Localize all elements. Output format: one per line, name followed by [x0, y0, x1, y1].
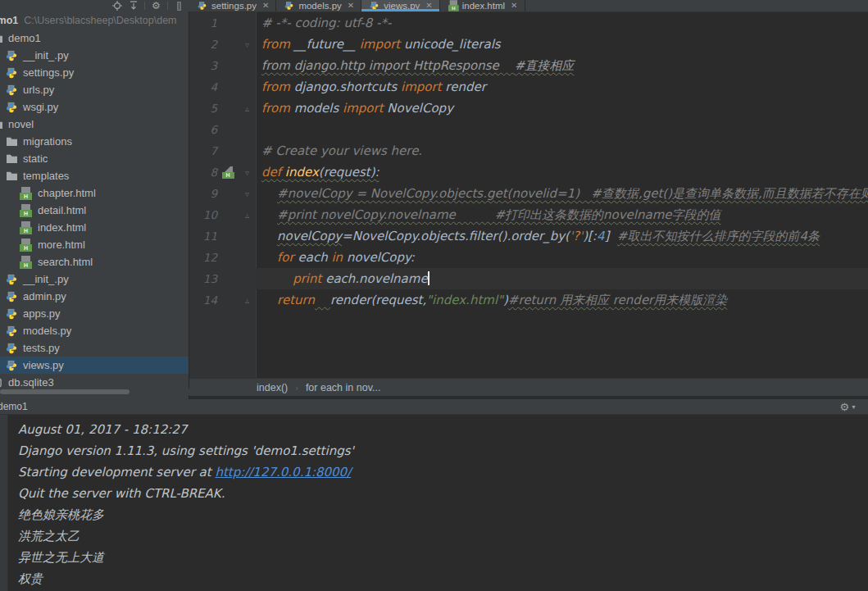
close-tab-icon[interactable]: ✕ — [425, 2, 432, 10]
line-number: 14 — [189, 293, 217, 307]
code-line-5[interactable]: 5▵from models import NovelCopy — [189, 98, 868, 119]
html-file-icon: H — [20, 221, 33, 234]
settings-gear-icon[interactable]: ⚙ — [151, 1, 161, 11]
run-console-output[interactable]: August 01, 2017 - 18:12:27Django version… — [0, 415, 868, 591]
tree-item-tests-py[interactable]: tests.py — [0, 339, 189, 357]
tree-item-migrations[interactable]: migrations — [0, 133, 189, 150]
project-root-row[interactable]: demo1 C:\Users\blacsheep\Desktop\dem — [0, 11, 189, 30]
line-number: 4 — [189, 80, 217, 93]
close-tab-icon[interactable]: ✕ — [511, 2, 517, 10]
code-line-9[interactable]: 9▿ #novelCopy = NovelCopy.objects.get(no… — [189, 183, 868, 204]
tab-models-py[interactable]: models.py✕ — [276, 0, 361, 11]
tree-item-chapter-html[interactable]: Hchapter.html — [0, 184, 189, 202]
tree-item-wsgi-py[interactable]: wsgi.py — [0, 98, 189, 116]
fold-marker-icon[interactable]: ▵ — [239, 104, 256, 113]
console-tab-demo1[interactable]: demo1 — [0, 399, 28, 415]
server-url-link[interactable]: http://127.0.0.1:8000/ — [215, 465, 351, 480]
fold-marker-icon[interactable]: ▿ — [239, 168, 256, 177]
code-line-7[interactable]: 7# Create your views here. — [189, 140, 868, 161]
tree-item-urls-py[interactable]: urls.py — [0, 81, 189, 98]
scrollbar-thumb[interactable] — [0, 389, 130, 394]
code-line-6[interactable]: 6 — [189, 119, 868, 140]
tree-item-label: novel — [8, 118, 34, 130]
code-text[interactable]: print each.novelname — [256, 268, 868, 289]
fold-marker-icon[interactable]: ▿ — [239, 189, 256, 198]
collapse-all-icon[interactable] — [128, 1, 139, 11]
code-line-13[interactable]: 13 print each.novelname — [189, 268, 868, 289]
console-line: Quit the server with CTRL-BREAK. — [0, 483, 868, 504]
tree-item-templates[interactable]: templates — [0, 167, 189, 184]
hide-panel-icon[interactable] — [174, 1, 184, 11]
tree-item-label: chapter.html — [38, 187, 96, 199]
tab-label: models.py — [298, 1, 341, 11]
template-gutter-icon[interactable]: H — [217, 166, 239, 179]
code-editor[interactable]: 1# -*- coding: utf-8 -*-2▿from __future_… — [189, 12, 868, 378]
code-text[interactable]: #print novelCopy.novelname #打印出这条数据的nove… — [256, 204, 868, 225]
code-text[interactable]: from __future__ import unicode_literals — [256, 34, 868, 55]
tree-item-label: urls.py — [23, 84, 54, 96]
code-line-4[interactable]: 4from django.shortcuts import render — [189, 76, 868, 98]
html-file-icon: H — [20, 239, 33, 252]
code-line-14[interactable]: 14▵ return render(request,"index.html")#… — [189, 289, 868, 311]
code-text[interactable]: # -*- coding: utf-8 -*- — [256, 12, 868, 34]
code-token: #print novelCopy.novelname #打印出这条数据的nove… — [277, 207, 720, 222]
fold-marker-icon[interactable]: ▵ — [239, 211, 256, 220]
code-text[interactable]: for each in novelCopy: — [256, 247, 868, 268]
code-token: from — [261, 101, 290, 116]
code-line-2[interactable]: 2▿from __future__ import unicode_literal… — [189, 34, 868, 55]
tree-item-apps-py[interactable]: apps.py — [0, 305, 189, 322]
fold-marker-icon[interactable]: ▿ — [239, 40, 256, 49]
close-tab-icon[interactable]: ✕ — [348, 2, 354, 10]
code-token: ? — [573, 229, 579, 243]
tab-views-py[interactable]: views.py✕ — [361, 0, 440, 11]
code-text[interactable]: # Create your views here. — [256, 140, 868, 161]
code-token — [261, 207, 277, 222]
tree-item-index-html[interactable]: Hindex.html — [0, 219, 189, 236]
tree-item-search-html[interactable]: Hsearch.html — [0, 253, 189, 270]
code-text[interactable] — [256, 119, 868, 140]
code-text[interactable]: from django.http import HttpResponse #直接… — [256, 55, 868, 76]
tab-settings-py[interactable]: settings.py✕ — [189, 0, 276, 11]
tree-item-novel[interactable]: novel — [0, 116, 189, 133]
python-file-icon — [5, 84, 18, 97]
code-line-10[interactable]: 10▵ #print novelCopy.novelname #打印出这条数据的… — [189, 204, 868, 225]
tree-item-more-html[interactable]: Hmore.html — [0, 236, 189, 253]
project-root-name: demo1 — [0, 15, 18, 26]
code-line-11[interactable]: 11 novelCopy=NovelCopy.objects.filter().… — [189, 225, 868, 247]
code-text[interactable]: def index(request): — [256, 161, 868, 183]
code-text[interactable]: novelCopy=NovelCopy.objects.filter().ord… — [256, 225, 868, 247]
locate-icon[interactable] — [111, 1, 122, 11]
code-text[interactable]: from models import NovelCopy — [256, 98, 868, 119]
tree-item-models-py[interactable]: models.py — [0, 322, 189, 339]
code-text[interactable]: from django.shortcuts import render — [256, 76, 868, 98]
console-text: 权贵 — [18, 571, 43, 586]
tree-item-views-py[interactable]: views.py — [0, 357, 189, 374]
code-line-12[interactable]: 12 for each in novelCopy: — [189, 247, 868, 268]
console-line: 洪荒之太乙 — [0, 525, 868, 547]
code-text[interactable]: return render(request,"index.html")#retu… — [256, 289, 868, 311]
run-console-header: demo1 ⚙ ▼ — [0, 399, 868, 415]
code-token: render — [442, 80, 486, 94]
tree-item-settings-py[interactable]: settings.py — [0, 64, 189, 81]
tree-item-__init_-py[interactable]: __init_.py — [0, 270, 189, 288]
code-line-3[interactable]: 3from django.http import HttpResponse #直… — [189, 55, 868, 76]
tree-item-static[interactable]: static — [0, 150, 189, 167]
tree-item-detail-html[interactable]: Hdetail.html — [0, 202, 189, 219]
close-tab-icon[interactable]: ✕ — [262, 2, 269, 10]
project-toolbar: ⚙ — [0, 0, 189, 11]
tree-horizontal-scrollbar[interactable] — [0, 389, 189, 395]
tree-item-__init_-py[interactable]: __init_.py — [0, 47, 189, 64]
code-line-1[interactable]: 1# -*- coding: utf-8 -*- — [189, 12, 868, 34]
fold-marker-icon[interactable]: ▵ — [239, 296, 256, 305]
tree-item-demo1[interactable]: demo1 — [0, 30, 189, 47]
console-settings-control[interactable]: ⚙ ▼ — [839, 401, 857, 413]
breadcrumb-item[interactable]: for each in nov... — [306, 382, 381, 393]
tree-item-admin-py[interactable]: admin.py — [0, 288, 189, 305]
code-line-8[interactable]: 8H▿def index(request): — [189, 161, 868, 183]
python-file-icon — [5, 66, 18, 80]
line-number: 11 — [189, 230, 217, 243]
breadcrumb-item[interactable]: index() — [257, 382, 288, 393]
code-text[interactable]: #novelCopy = NovelCopy.objects.get(novel… — [256, 183, 868, 204]
code-token: for — [277, 250, 294, 265]
tab-index-html[interactable]: Hindex.html✕ — [440, 0, 525, 11]
